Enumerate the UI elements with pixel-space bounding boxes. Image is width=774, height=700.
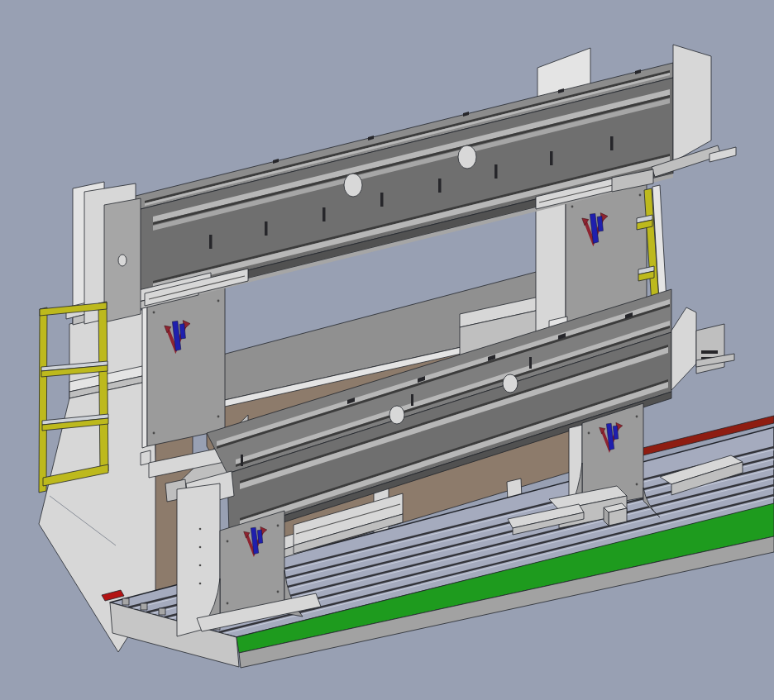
ladder-left-stile [39,307,47,493]
rear-left-column-face [147,286,225,446]
ladder-right-stile [98,302,108,473]
cad-3d-viewport[interactable] [0,0,774,700]
clamp-block [604,503,627,526]
